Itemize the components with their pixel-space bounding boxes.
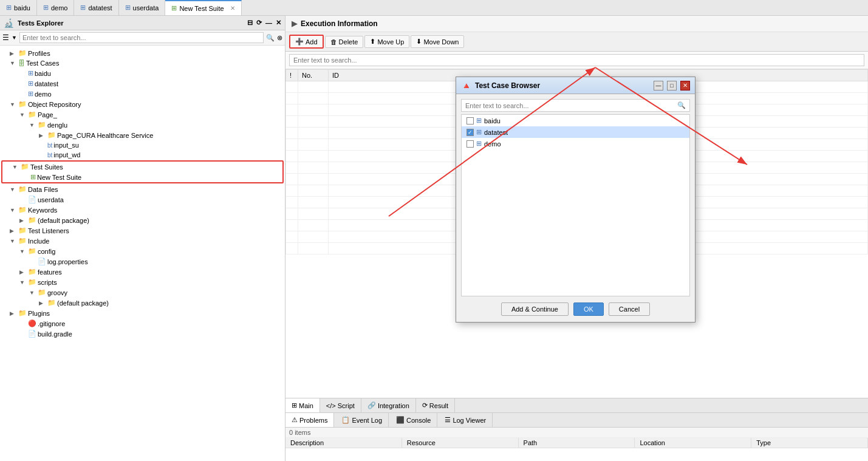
tree-item-test-suites[interactable]: 📁 Test Suites	[2, 162, 282, 172]
tab-close-icon[interactable]: ✕	[230, 5, 235, 12]
tree-item-include[interactable]: 📁 Include	[0, 236, 285, 246]
arrow-icon	[39, 300, 46, 306]
folder-icon: 📁	[18, 309, 27, 317]
item-label: Keywords	[28, 207, 57, 214]
grid-icon: ⊞	[28, 69, 33, 77]
file-icon: 📄	[28, 330, 36, 338]
grid-icon: ⊞	[80, 4, 86, 12]
ok-button[interactable]: OK	[573, 302, 604, 316]
tree-item-userdata[interactable]: 📄 userdata	[0, 194, 285, 205]
folder-icon: 📁	[28, 111, 36, 118]
minimize-icon[interactable]: —	[265, 19, 272, 27]
tab-userdata[interactable]: ⊞ userdata	[119, 0, 166, 15]
tab-demo[interactable]: ⊞ demo	[37, 0, 75, 15]
arrow-icon	[10, 228, 17, 234]
dialog-item-demo[interactable]: ⊞ demo	[462, 138, 689, 149]
maximize-button[interactable]: □	[667, 81, 677, 90]
item-label: Profiles	[28, 50, 50, 57]
explorer-search-bar: ☰ ▼ 🔍 ⊗	[0, 30, 285, 46]
tree-item-config[interactable]: 📁 config	[0, 246, 285, 256]
arrow-icon	[10, 101, 17, 108]
close-button[interactable]: ✕	[680, 81, 690, 90]
item-label: Test Listeners	[28, 227, 69, 234]
close-icon[interactable]: ✕	[276, 19, 281, 27]
tree-item-denglu[interactable]: 📁 denglu	[0, 120, 285, 130]
cancel-button[interactable]: Cancel	[609, 302, 650, 316]
layout-icon[interactable]: ⊟	[247, 19, 253, 27]
arrow-icon	[10, 186, 17, 193]
search-icon: 🔍	[677, 101, 686, 109]
checkbox-demo[interactable]	[466, 140, 474, 148]
tree-item-input-su[interactable]: bt input_su	[0, 140, 285, 150]
tree-item-object-repo[interactable]: 📁 Object Repository	[0, 99, 285, 109]
tree-item-page-cura[interactable]: 📁 Page_CURA Healthcare Service	[0, 130, 285, 140]
arrow-icon	[19, 279, 27, 285]
tab-new-test-suite[interactable]: ⊞ New Test Suite ✕	[165, 0, 241, 15]
arrow-icon	[19, 248, 27, 254]
arrow-icon	[10, 310, 17, 316]
panel-title-bar: 🔬 Tests Explorer ⊟ ⟳ — ✕	[0, 16, 285, 30]
grid-icon: ⊞	[43, 4, 49, 12]
sync-icon[interactable]: ⟳	[256, 19, 262, 27]
menu-icon[interactable]: ☰	[2, 33, 9, 42]
tree-item-new-test-suite[interactable]: ⊞ New Test Suite	[2, 172, 282, 182]
tree-item-datatest[interactable]: ⊞ datatest	[0, 78, 285, 89]
tab-baidu[interactable]: ⊞ baidu	[0, 0, 37, 15]
tree-item-default-package-kw[interactable]: 📁 (default package)	[0, 215, 285, 225]
item-label: demo	[484, 140, 501, 148]
tree-item-build-gradle[interactable]: 📄 build.gradle	[0, 329, 285, 339]
dialog-search-input[interactable]	[465, 102, 677, 109]
arrow-icon	[29, 122, 36, 128]
tree-item-data-files[interactable]: 📁 Data Files	[0, 184, 285, 194]
item-label: Data Files	[28, 186, 58, 193]
tree-item-keywords[interactable]: 📁 Keywords	[0, 205, 285, 215]
dialog-title: Test Case Browser	[475, 81, 650, 90]
minimize-button[interactable]: —	[654, 81, 663, 90]
item-label: input_wd	[53, 151, 80, 159]
tree-item-test-cases[interactable]: 🗄 Test Cases	[0, 58, 285, 68]
checkbox-datatest[interactable]: ✓	[466, 129, 474, 136]
item-label: scripts	[38, 279, 57, 286]
tree-item-test-listeners[interactable]: 📁 Test Listeners	[0, 225, 285, 236]
dialog-item-datatest[interactable]: ✓ ⊞ datatest	[462, 126, 689, 138]
dialog-search-wrapper: 🔍	[456, 94, 695, 114]
arrow-icon	[10, 50, 17, 56]
item-label: log.properties	[47, 258, 88, 265]
dropdown-icon[interactable]: ▼	[12, 35, 17, 41]
tab-label: baidu	[14, 4, 30, 12]
tree-item-demo[interactable]: ⊞ demo	[0, 89, 285, 99]
tree-item-gitignore[interactable]: 🔴 .gitignore	[0, 318, 285, 329]
tree-container: 📁 Profiles 🗄 Test Cases ⊞ baidu ⊞ datate…	[0, 46, 285, 461]
folder-icon: 📁	[28, 216, 36, 224]
folder-icon: 📁	[18, 227, 27, 234]
item-label: Test Suites	[30, 163, 63, 171]
item-label: Page_	[38, 111, 57, 118]
tree-item-baidu[interactable]: ⊞ baidu	[0, 68, 285, 78]
item-label: Include	[28, 237, 49, 245]
arrow-icon	[10, 238, 17, 244]
dialog-item-baidu[interactable]: ⊞ baidu	[462, 115, 689, 126]
checkbox-baidu[interactable]	[466, 117, 474, 125]
tab-datatest[interactable]: ⊞ datatest	[74, 0, 118, 15]
tree-item-plugins[interactable]: 📁 Plugins	[0, 308, 285, 318]
clear-search-button[interactable]: ⊗	[277, 34, 282, 42]
arrow-icon	[19, 269, 27, 275]
suite-icon: ⊞	[30, 173, 36, 181]
tree-item-log-properties[interactable]: 📄 log.properties	[0, 256, 285, 267]
explorer-search-input[interactable]	[19, 32, 264, 43]
arrow-icon	[10, 60, 17, 66]
tree-item-groovy[interactable]: 📁 groovy	[0, 287, 285, 298]
grid-icon: ⊞	[28, 80, 33, 87]
tree-item-features[interactable]: 📁 features	[0, 267, 285, 277]
add-continue-button[interactable]: Add & Continue	[501, 302, 569, 316]
search-button[interactable]: 🔍	[266, 34, 275, 42]
item-label: baidu	[35, 70, 51, 77]
tree-item-default-package-groovy[interactable]: 📁 (default package)	[0, 298, 285, 308]
folder-icon: 📁	[18, 206, 27, 214]
item-label: Object Repository	[28, 101, 81, 108]
grid-icon: ⊞	[6, 4, 12, 12]
tree-item-profiles[interactable]: 📁 Profiles	[0, 48, 285, 58]
tree-item-input-wd[interactable]: bt input_wd	[0, 150, 285, 160]
tree-item-page[interactable]: 📁 Page_	[0, 109, 285, 120]
tree-item-scripts[interactable]: 📁 scripts	[0, 277, 285, 287]
